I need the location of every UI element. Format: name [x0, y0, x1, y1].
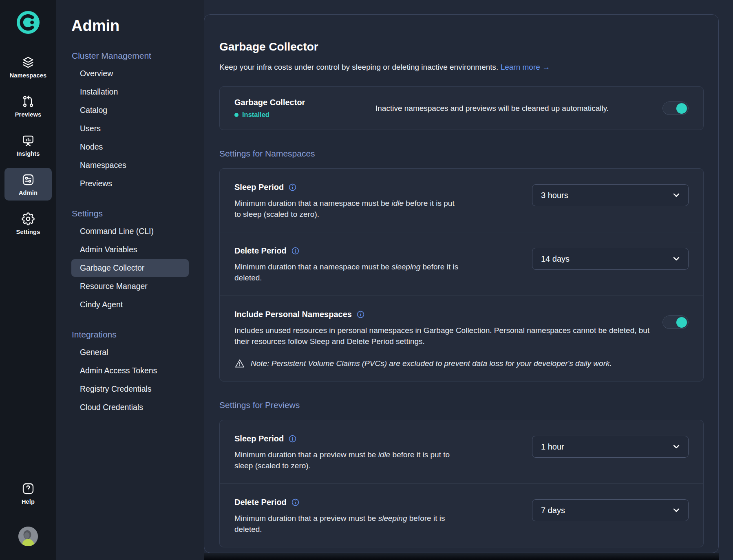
- info-icon[interactable]: [291, 498, 300, 507]
- row-description: Minimum duration that a preview must be …: [234, 513, 463, 535]
- status-card-description: Inactive namespaces and previews will be…: [375, 104, 640, 113]
- preview-delete-period-select[interactable]: 7 days: [532, 499, 689, 521]
- bottom-fade: [204, 553, 719, 560]
- warning-icon: [234, 358, 245, 369]
- status-badge: Installed: [242, 111, 269, 119]
- sidebar-section-settings: Settings: [72, 209, 204, 218]
- select-value: 3 hours: [541, 191, 568, 200]
- select-value: 7 days: [541, 506, 565, 515]
- desc-em: idle: [378, 450, 391, 459]
- namespace-delete-period-select[interactable]: 14 days: [532, 248, 689, 270]
- arrow-right-icon: →: [542, 63, 550, 71]
- sliders-icon: [22, 173, 35, 186]
- sidebar-item-cindy-agent[interactable]: Cindy Agent: [71, 296, 189, 313]
- row-title: Include Personal Namespaces: [234, 310, 352, 319]
- toggle-knob: [676, 103, 687, 114]
- okteto-logo[interactable]: [16, 11, 40, 34]
- status-line: Installed: [234, 111, 375, 119]
- sidebar-item-nodes[interactable]: Nodes: [71, 138, 189, 156]
- row-left: Delete Period Minimum duration that a na…: [234, 246, 532, 283]
- row-titleline: Delete Period: [234, 498, 532, 507]
- desc-pre: Minimum duration that a preview must be: [234, 514, 378, 523]
- rail-item-settings[interactable]: Settings: [4, 207, 52, 240]
- page-subtitle: Keep your infra costs under control by s…: [219, 63, 704, 72]
- preview-sleep-period-row: Sleep Period Minimum duration that a pre…: [220, 420, 703, 483]
- sidebar-item-namespaces[interactable]: Namespaces: [71, 157, 189, 174]
- layers-icon: [22, 56, 35, 69]
- namespace-sleep-period-select[interactable]: 3 hours: [532, 184, 689, 206]
- admin-sidebar: Admin Cluster Management Overview Instal…: [56, 0, 204, 560]
- sidebar-section-integrations: Integrations: [72, 330, 204, 340]
- desc-em: idle: [391, 199, 404, 207]
- chevron-down-icon: [672, 254, 681, 263]
- rail-item-insights[interactable]: Insights: [4, 129, 52, 161]
- sidebar-item-admin-variables[interactable]: Admin Variables: [71, 241, 189, 258]
- sidebar-section-cluster-management: Cluster Management: [72, 51, 204, 61]
- sidebar-item-admin-access-tokens[interactable]: Admin Access Tokens: [71, 362, 189, 379]
- page-title: Garbage Collector: [219, 40, 704, 53]
- namespaces-settings-card: Sleep Period Minimum duration that a nam…: [219, 168, 704, 381]
- sidebar-item-overview[interactable]: Overview: [71, 65, 189, 82]
- help-icon: [22, 482, 35, 495]
- sidebar-item-registry-credentials[interactable]: Registry Credentials: [71, 380, 189, 398]
- row-description: Includes unused resources in personal na…: [234, 325, 650, 347]
- rail-item-help[interactable]: Help: [4, 477, 52, 509]
- sidebar-item-cloud-credentials[interactable]: Cloud Credentials: [71, 399, 189, 416]
- chevron-down-icon: [672, 191, 681, 200]
- row-left: Include Personal Namespaces Includes unu…: [234, 310, 650, 369]
- info-icon[interactable]: [356, 310, 365, 319]
- row-titleline: Delete Period: [234, 246, 532, 256]
- section-heading-namespaces: Settings for Namespaces: [219, 149, 704, 159]
- user-avatar[interactable]: [18, 527, 38, 546]
- include-personal-namespaces-row: Include Personal Namespaces Includes unu…: [220, 295, 703, 381]
- info-icon[interactable]: [291, 247, 300, 255]
- chevron-down-icon: [672, 442, 681, 451]
- select-value: 1 hour: [541, 442, 564, 452]
- sidebar-item-command-line-cli[interactable]: Command Line (CLI): [71, 223, 189, 240]
- row-description: Minimum duration that a namespace must b…: [234, 198, 463, 220]
- garbage-collector-panel: Garbage Collector Keep your infra costs …: [204, 14, 719, 553]
- sidebar-item-general[interactable]: General: [71, 344, 189, 361]
- garbage-collector-status-card: Garbage Collector Installed Inactive nam…: [219, 86, 704, 130]
- desc-pre: Minimum duration that a namespace must b…: [234, 262, 391, 271]
- rail-item-label: Help: [22, 498, 35, 505]
- sidebar-title: Admin: [71, 17, 204, 35]
- row-description: Minimum duration that a preview must be …: [234, 449, 463, 471]
- row-title: Sleep Period: [234, 183, 284, 192]
- note-text: Note: Persistent Volume Claims (PVCs) ar…: [251, 359, 612, 368]
- row-description: Minimum duration that a namespace must b…: [234, 261, 463, 283]
- sidebar-item-users[interactable]: Users: [71, 120, 189, 137]
- rail-item-label: Insights: [16, 150, 40, 157]
- rail-item-namespaces[interactable]: Namespaces: [4, 51, 52, 83]
- rail-item-previews[interactable]: Previews: [4, 90, 52, 122]
- rail-item-admin[interactable]: Admin: [4, 168, 52, 201]
- section-heading-previews: Settings for Previews: [219, 400, 704, 410]
- row-titleline: Sleep Period: [234, 183, 532, 192]
- desc-em: sleeping: [391, 262, 420, 271]
- info-icon[interactable]: [288, 434, 297, 443]
- rail-item-label: Settings: [16, 229, 40, 235]
- sidebar-item-catalog[interactable]: Catalog: [71, 101, 189, 119]
- info-icon[interactable]: [288, 183, 297, 192]
- row-title: Delete Period: [234, 246, 287, 256]
- pvc-note: Note: Persistent Volume Claims (PVCs) ar…: [234, 358, 650, 369]
- insights-board-icon: [22, 134, 35, 147]
- row-left: Sleep Period Minimum duration that a pre…: [234, 434, 532, 471]
- desc-pre: Minimum duration that a preview must be: [234, 450, 378, 459]
- sidebar-item-installation[interactable]: Installation: [71, 83, 189, 101]
- chevron-down-icon: [672, 506, 681, 515]
- sidebar-item-previews[interactable]: Previews: [71, 175, 189, 192]
- include-personal-namespaces-toggle[interactable]: [662, 315, 689, 329]
- learn-more-link[interactable]: Learn more →: [501, 63, 550, 71]
- preview-sleep-period-select[interactable]: 1 hour: [532, 436, 689, 458]
- sidebar-item-garbage-collector[interactable]: Garbage Collector: [71, 259, 189, 277]
- garbage-collector-toggle[interactable]: [662, 101, 689, 115]
- rail-item-label: Namespaces: [10, 72, 47, 79]
- row-title: Delete Period: [234, 498, 287, 507]
- desc-pre: Minimum duration that a namespace must b…: [234, 199, 391, 207]
- status-card-titleblock: Garbage Collector Installed: [234, 98, 375, 119]
- sidebar-item-resource-manager[interactable]: Resource Manager: [71, 278, 189, 295]
- rail-item-label: Previews: [15, 111, 41, 118]
- pull-request-icon: [22, 95, 35, 108]
- row-left: Delete Period Minimum duration that a pr…: [234, 498, 532, 535]
